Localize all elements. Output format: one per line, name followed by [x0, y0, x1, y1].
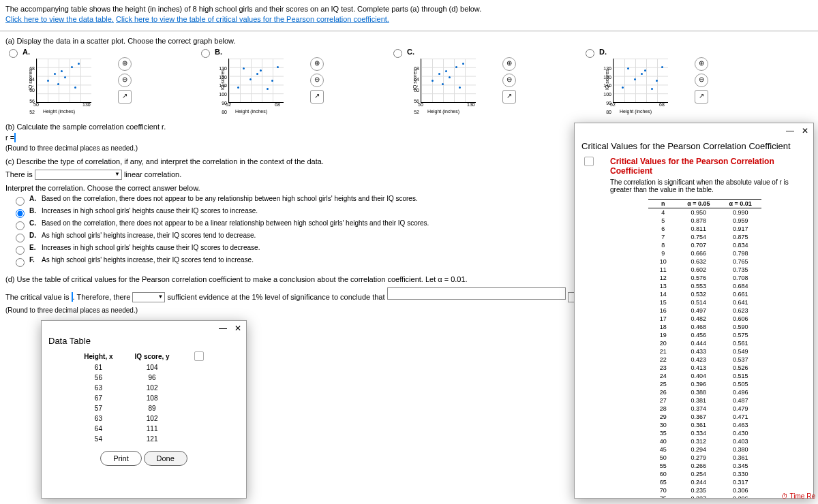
cv-cell: 0.279 [678, 454, 719, 462]
cv-cell: 0.345 [720, 462, 761, 470]
cv-copy-icon[interactable] [584, 157, 594, 166]
interp-opt-d-radio[interactable] [16, 234, 25, 242]
zoom-out-icon[interactable]: ⊖ [695, 74, 708, 87]
cv-cell: 45 [648, 445, 678, 454]
dt-cell: 63 [73, 383, 123, 393]
cv-cell: 0.496 [720, 388, 761, 396]
interp-opt-b-radio[interactable] [16, 209, 25, 218]
zoom-out-icon[interactable]: ⊖ [118, 74, 132, 87]
cv-label-a: The critical value is [5, 293, 70, 301]
cv-cell: 0.294 [678, 445, 719, 454]
interp-opt-text: As high school girls' heights increase, … [42, 256, 254, 264]
cv-cell: 0.361 [720, 454, 761, 462]
option-d-label: D. [599, 48, 607, 56]
dt-cell: 108 [124, 393, 181, 403]
link-data-table[interactable]: Click here to view the data table. [5, 15, 114, 23]
dt-print-button[interactable]: Print [100, 451, 142, 466]
cv-h-01: α = 0.01 [720, 200, 761, 208]
interp-opt-f-radio[interactable] [16, 258, 25, 267]
interp-opt-a-radio[interactable] [16, 197, 25, 206]
cv-cell: 5 [648, 217, 678, 225]
zoom-out-icon[interactable]: ⊖ [502, 74, 516, 87]
cv-cell: 26 [648, 388, 678, 396]
cv-h-n: n [648, 200, 678, 208]
cv-cell: 30 [648, 421, 678, 429]
cv-cell: 0.444 [678, 339, 719, 347]
cv-cell: 0.334 [678, 429, 719, 437]
dt-cell: 61 [73, 362, 123, 373]
is-isnot-select[interactable] [132, 292, 165, 302]
cv-cell: 65 [648, 478, 678, 486]
interp-opt-text: Increases in high school girls' heights … [42, 244, 260, 251]
cv-cell: 50 [648, 454, 678, 462]
popout-icon[interactable]: ↗ [118, 90, 132, 104]
cv-cell: 6 [648, 225, 678, 233]
dt-done-button[interactable]: Done [144, 451, 187, 466]
cv-cell: 0.312 [678, 437, 719, 445]
interp-opt-text: Increases in high school girls' heights … [42, 207, 258, 215]
dt-cell: 67 [73, 393, 123, 403]
dt-cell: 89 [124, 403, 181, 413]
cv-cell: 16 [648, 306, 678, 315]
cv-modal-title: Critical Values for the Pearson Correlat… [575, 138, 813, 157]
cv-cell: 0.515 [720, 372, 761, 380]
there-is-label: There is [5, 170, 33, 178]
dt-cell: 96 [124, 373, 181, 383]
link-critical-values[interactable]: Click here to view the table of critical… [116, 15, 389, 23]
cv-cell: 27 [648, 396, 678, 405]
cv-cell: 0.526 [720, 364, 761, 372]
dt-cell: 56 [73, 373, 123, 383]
zoom-in-icon[interactable]: ⊕ [310, 57, 324, 71]
cv-note: The correlation is significant when the … [596, 176, 813, 196]
cv-cell: 0.487 [720, 396, 761, 405]
interp-opt-e-radio[interactable] [16, 246, 25, 255]
cv-cell: 40 [648, 437, 678, 445]
cv-cell: 60 [648, 470, 678, 478]
cv-red-heading: Critical Values for the Pearson Correlat… [596, 157, 813, 176]
zoom-in-icon[interactable]: ⊕ [118, 57, 132, 71]
cv-cell: 0.990 [720, 208, 761, 217]
cv-close-icon[interactable]: ✕ [800, 126, 811, 136]
interp-opt-c-radio[interactable] [16, 221, 25, 230]
close-icon[interactable]: ✕ [232, 324, 243, 333]
cv-cell: 0.430 [720, 429, 761, 437]
popout-icon[interactable]: ↗ [695, 90, 708, 104]
cv-cell: 0.765 [720, 257, 761, 266]
cv-minimize-icon[interactable]: — [785, 126, 796, 136]
minimize-icon[interactable]: — [217, 324, 228, 333]
cv-cell: 0.235 [678, 486, 719, 494]
option-d-radio[interactable] [586, 49, 594, 58]
dt-cell: 111 [124, 424, 181, 434]
cv-cell: 0.266 [678, 462, 719, 470]
data-table-title: Data Table [42, 336, 246, 350]
cv-cell: 0.471 [720, 413, 761, 421]
critical-values-modal: — ✕ Critical Values for the Pearson Corr… [574, 123, 814, 499]
cv-cell: 10 [648, 257, 678, 266]
cv-cell: 0.404 [678, 372, 719, 380]
cv-cell: 0.388 [678, 388, 719, 396]
chart-2: 5256606468 50 130 IQ scores Height (inch… [407, 56, 516, 117]
zoom-in-icon[interactable]: ⊕ [695, 57, 708, 71]
cv-cell: 19 [648, 331, 678, 339]
cv-cell: 0.330 [720, 470, 761, 478]
dt-cell: 54 [73, 434, 123, 444]
zoom-out-icon[interactable]: ⊖ [310, 74, 324, 87]
correlation-type-select[interactable] [35, 170, 122, 180]
option-c-radio[interactable] [393, 49, 402, 58]
chart-1: 8090100110120130 52 68 IQ scores Height … [215, 56, 324, 117]
cv-cell: 12 [648, 274, 678, 282]
cv-cell: 0.735 [720, 266, 761, 274]
popout-icon[interactable]: ↗ [310, 90, 324, 104]
time-remaining: ⏱ Time Re [781, 492, 815, 500]
cv-cell: 0.532 [678, 290, 719, 298]
cv-cell: 15 [648, 298, 678, 306]
cv-h-05: α = 0.05 [678, 200, 719, 208]
option-b-radio[interactable] [201, 49, 210, 58]
zoom-in-icon[interactable]: ⊕ [502, 57, 516, 71]
dt-cell: 102 [124, 413, 181, 424]
conclusion-select[interactable] [387, 287, 566, 300]
copy-icon[interactable] [194, 351, 204, 361]
popout-icon[interactable]: ↗ [502, 90, 516, 104]
r-input[interactable] [14, 133, 16, 142]
option-a-radio[interactable] [9, 49, 18, 58]
